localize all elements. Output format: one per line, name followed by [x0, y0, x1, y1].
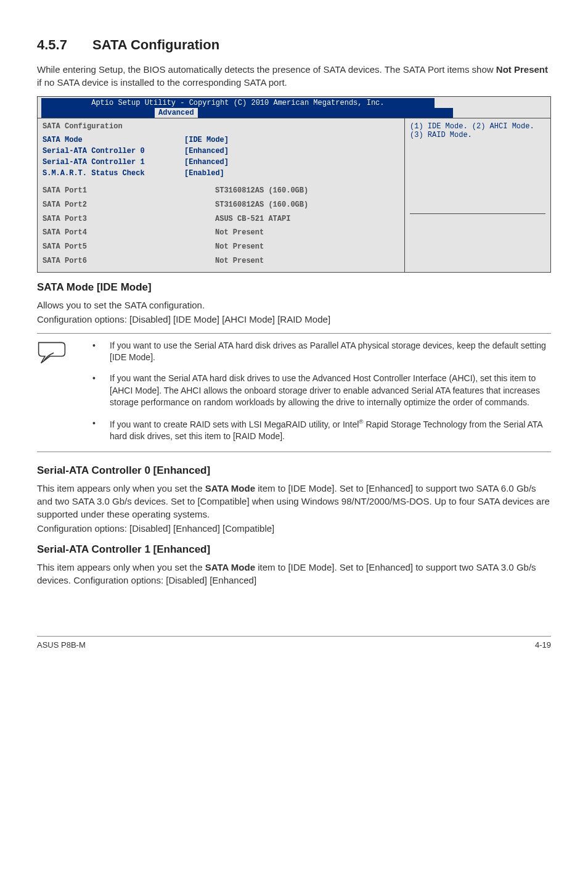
note-text: If you want to create RAID sets with LSI… [110, 418, 551, 443]
bios-row-sata-mode: SATA Mode[IDE Mode] [43, 134, 399, 146]
note-text-pre: If you want to create RAID sets with LSI… [110, 419, 359, 429]
bios-help-line: (3) RAID Mode. [410, 131, 545, 139]
bios-port-label: SATA Port5 [43, 240, 215, 254]
ctrl1-paragraph: This item appears only when you set the … [37, 561, 551, 587]
intro-paragraph: While entering Setup, the BIOS automatic… [37, 63, 551, 89]
intro-pre: While entering Setup, the BIOS automatic… [37, 64, 496, 75]
bios-left-pane: SATA Configuration SATA Mode[IDE Mode] S… [38, 118, 404, 272]
note-text: If you want to use the Serial ATA hard d… [110, 340, 551, 364]
bios-port-value: ST3160812AS (160.0GB) [215, 198, 308, 212]
footer-left: ASUS P8B-M [37, 640, 86, 650]
bios-row-ctrl1: Serial-ATA Controller 1[Enhanced] [43, 157, 399, 168]
bios-screenshot: Aptio Setup Utility - Copyright (C) 2010… [37, 96, 551, 273]
bios-port-value: Not Present [215, 226, 264, 240]
bios-row-value: [Enhanced] [184, 157, 399, 168]
note-item: • If you want to use the Serial ATA hard… [92, 340, 551, 364]
bullet-icon: • [92, 418, 110, 443]
bios-port-row: SATA Port6Not Present [43, 254, 399, 268]
bios-left-heading: SATA Configuration [43, 122, 399, 131]
ctrl1-pre: This item appears only when you set the [37, 562, 205, 572]
bios-port-label: SATA Port6 [43, 254, 215, 268]
ctrl0-paragraph: This item appears only when you set the … [37, 482, 551, 521]
bios-port-row: SATA Port3ASUS CB-521 ATAPI [43, 212, 399, 226]
bios-header: Aptio Setup Utility - Copyright (C) 2010… [38, 97, 550, 118]
note-text: If you want the Serial ATA hard disk dri… [110, 373, 551, 409]
note-item: • If you want the Serial ATA hard disk d… [92, 373, 551, 409]
sata-mode-desc: Allows you to set the SATA configuration… [37, 299, 551, 311]
bios-port-value: ASUS CB-521 ATAPI [215, 212, 290, 226]
note-item: • If you want to create RAID sets with L… [92, 418, 551, 443]
section-title: SATA Configuration [92, 37, 219, 52]
bios-port-row: SATA Port5Not Present [43, 240, 399, 254]
bios-port-value: Not Present [215, 240, 264, 254]
bios-row-label: S.M.A.R.T. Status Check [43, 168, 184, 179]
section-number: 4.5.7 [37, 37, 92, 53]
intro-bold: Not Present [496, 64, 548, 75]
bios-port-row: SATA Port1ST3160812AS (160.0GB) [43, 184, 399, 198]
ctrl0-pre: This item appears only when you set the [37, 483, 205, 493]
bios-port-row: SATA Port2ST3160812AS (160.0GB) [43, 198, 399, 212]
note-block: • If you want to use the Serial ATA hard… [37, 333, 551, 452]
section-heading: 4.5.7SATA Configuration [37, 37, 551, 53]
bios-title: Aptio Setup Utility - Copyright (C) 2010… [91, 99, 384, 107]
ctrl0-bold: SATA Mode [205, 483, 255, 493]
bios-port-row: SATA Port4Not Present [43, 226, 399, 240]
sata-mode-options: Configuration options: [Disabled] [IDE M… [37, 313, 551, 326]
bios-help-pane: (1) IDE Mode. (2) AHCI Mode. (3) RAID Mo… [404, 118, 550, 272]
bios-port-label: SATA Port2 [43, 198, 215, 212]
bios-row-value: [Enhanced] [184, 146, 399, 157]
bios-row-ctrl0: Serial-ATA Controller 0[Enhanced] [43, 146, 399, 157]
ctrl1-bold: SATA Mode [205, 562, 255, 572]
ctrl0-options: Configuration options: [Disabled] [Enhan… [37, 522, 551, 535]
bullet-icon: • [92, 340, 110, 364]
ctrl0-heading: Serial-ATA Controller 0 [Enhanced] [37, 464, 551, 477]
ctrl1-heading: Serial-ATA Controller 1 [Enhanced] [37, 543, 551, 556]
registered-mark: ® [359, 418, 363, 425]
bios-port-label: SATA Port1 [43, 184, 215, 198]
sata-mode-heading: SATA Mode [IDE Mode] [37, 281, 551, 294]
bullet-icon: • [92, 373, 110, 409]
bios-port-value: ST3160812AS (160.0GB) [215, 184, 308, 198]
bios-help-line: (1) IDE Mode. (2) AHCI Mode. [410, 122, 545, 131]
page-footer: ASUS P8B-M 4-19 [37, 636, 551, 650]
bios-port-label: SATA Port3 [43, 212, 215, 226]
bios-row-smart: S.M.A.R.T. Status Check[Enabled] [43, 168, 399, 179]
bios-port-value: Not Present [215, 254, 264, 268]
footer-right: 4-19 [535, 640, 551, 650]
note-icon [37, 340, 92, 443]
bios-row-label: SATA Mode [43, 134, 184, 146]
bios-row-label: Serial-ATA Controller 0 [43, 146, 184, 157]
bios-row-value: [Enabled] [184, 168, 399, 179]
intro-post: if no SATA device is installed to the co… [37, 77, 287, 88]
bios-row-value: [IDE Mode] [184, 134, 399, 146]
bios-row-label: Serial-ATA Controller 1 [43, 157, 184, 168]
bios-tab-advanced: Advanced [155, 108, 198, 118]
bios-port-label: SATA Port4 [43, 226, 215, 240]
